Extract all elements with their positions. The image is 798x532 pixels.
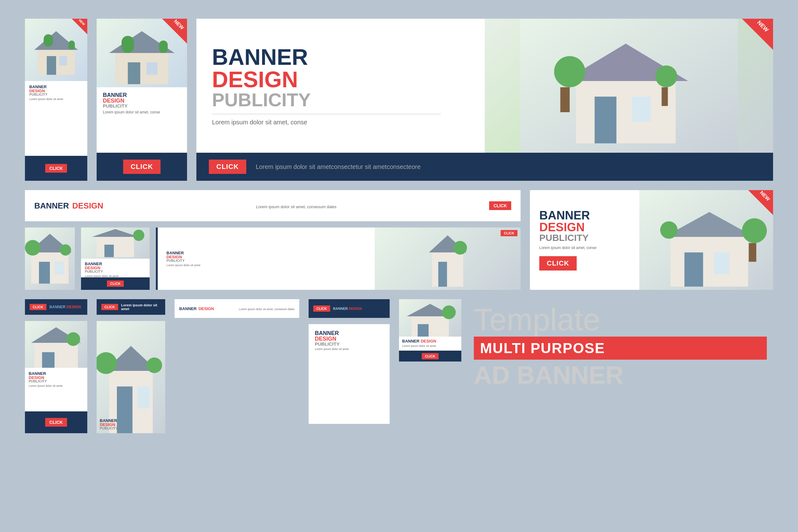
click-button[interactable]: CLICK bbox=[107, 281, 124, 287]
banner-medium-rect: BANNER DESIGN PUBLICITY Lorem ipsum dolo… bbox=[81, 228, 150, 290]
row2-grid: BANNER DESIGN PUBLICITY Lorem ipsum dolo… bbox=[25, 228, 520, 290]
strip-col4: CLICK BANNER DESIGN bbox=[309, 299, 390, 318]
svg-point-40 bbox=[742, 218, 767, 243]
multipurpose-text: MULTI PURPOSE bbox=[480, 340, 761, 357]
svg-rect-15 bbox=[595, 97, 616, 144]
banner-footer: CLICK bbox=[97, 153, 187, 181]
banner-title-dark-xl: BANNER bbox=[212, 46, 498, 68]
click-button[interactable]: CLICK bbox=[422, 353, 439, 359]
click-button[interactable]: CLICK bbox=[101, 304, 118, 310]
svg-rect-16 bbox=[632, 97, 651, 121]
image-side bbox=[375, 228, 520, 290]
footer: CLICK bbox=[25, 412, 87, 433]
click-button[interactable]: CLICK bbox=[539, 256, 577, 270]
new-badge-medium bbox=[162, 19, 187, 44]
leaderboard-content: BANNER DESIGN PUBLICITY Lorem ipsum dolo… bbox=[196, 19, 514, 153]
banner-text: BANNER DESIGN PUBLICITY Lorem ipsum dolo… bbox=[25, 368, 66, 391]
title-dark: BANNER bbox=[315, 330, 383, 336]
svg-rect-33 bbox=[438, 262, 447, 287]
multipurpose-bar: MULTI PURPOSE bbox=[474, 337, 767, 360]
strip-text: Lorem ipsum dolor sit amet bbox=[121, 303, 160, 311]
title-red: DESIGN bbox=[167, 255, 368, 259]
lorem-text-inline: Lorem ipsum dolor sit amet, consesum dal… bbox=[256, 205, 336, 209]
banner-tall2: BANNER DESIGN PUBLICITY Lorem ipsum dolo… bbox=[25, 321, 87, 433]
title-dark: BANNER bbox=[167, 251, 368, 255]
house-svg-sm bbox=[25, 228, 75, 290]
svg-point-52 bbox=[147, 358, 162, 373]
svg-rect-38 bbox=[685, 252, 703, 287]
text-bg: BANNER DESIGN PUBLICITY Lorem ipsum dolo… bbox=[309, 324, 390, 424]
template-label: Template bbox=[474, 305, 767, 334]
lorem-text: Lorem ipsum dolor sit amet, conse bbox=[539, 246, 654, 250]
click-button[interactable]: CLICK bbox=[489, 201, 511, 210]
banner-right-large: BANNER DESIGN PUBLICITY Lorem ipsum dolo… bbox=[530, 190, 773, 290]
title-inline: BANNER DESIGN bbox=[179, 307, 214, 311]
banner-inline-red: DESIGN bbox=[72, 201, 103, 210]
house-svg bbox=[399, 299, 461, 337]
divider bbox=[212, 114, 441, 114]
row3-col3: BANNER DESIGN Lorem ipsum dolor sit amet… bbox=[174, 299, 299, 324]
svg-rect-36 bbox=[670, 237, 748, 287]
image-bg bbox=[25, 228, 75, 290]
new-badge-large bbox=[742, 19, 773, 50]
house-svg-lg bbox=[485, 19, 773, 153]
title-gray: PUBLICITY bbox=[100, 427, 118, 430]
click-button[interactable]: CLICK bbox=[45, 418, 67, 427]
svg-rect-23 bbox=[39, 262, 50, 284]
banner-small-tall: BANNER DESIGN PUBLICITY Lorem ipsum dolo… bbox=[25, 19, 87, 181]
banner-title-gray: PUBLICITY bbox=[29, 93, 83, 96]
svg-rect-31 bbox=[432, 252, 463, 287]
banner-title-dark: BANNER bbox=[103, 92, 181, 98]
title-dark: BANNER bbox=[539, 209, 654, 221]
svg-rect-29 bbox=[104, 245, 114, 257]
svg-point-19 bbox=[656, 65, 677, 87]
row3-col4: CLICK BANNER DESIGN BANNER DESIGN PUBLIC… bbox=[309, 299, 390, 424]
lorem-text: Lorem ipsum dolor sit amet bbox=[29, 98, 83, 101]
svg-rect-4 bbox=[44, 34, 53, 47]
click-button[interactable]: CLICK bbox=[123, 159, 160, 174]
leaderboard-footer: CLICK Lorem ipsum dolor sit ametconsecte… bbox=[196, 153, 773, 181]
adbanner-text: AD BANNER bbox=[474, 363, 767, 388]
title-red: DESIGN bbox=[539, 221, 654, 233]
svg-rect-18 bbox=[560, 87, 570, 112]
click-top-right[interactable]: CLICK bbox=[501, 230, 517, 236]
click-button[interactable]: CLICK bbox=[313, 305, 330, 312]
click-button[interactable]: CLICK bbox=[209, 159, 246, 174]
svg-rect-8 bbox=[128, 62, 140, 84]
banner-inline-dark: BANNER bbox=[34, 201, 69, 210]
image-bg bbox=[399, 299, 461, 337]
lorem: Lorem ipsum dolor sit amet bbox=[315, 347, 383, 350]
svg-rect-20 bbox=[662, 87, 668, 106]
lorem: Lorem ipsum dolor sit amet bbox=[402, 344, 436, 347]
house-svg bbox=[25, 321, 87, 368]
strip-top: CLICK BANNER DESIGN bbox=[25, 299, 87, 315]
svg-marker-28 bbox=[92, 229, 139, 237]
banner-title-red-xl: DESIGN bbox=[212, 68, 498, 91]
leaderboard-image bbox=[485, 19, 773, 153]
strip-col2: CLICK Lorem ipsum dolor sit amet bbox=[97, 299, 165, 315]
image-bg bbox=[81, 228, 150, 259]
banner-text-area: BANNER DESIGN PUBLICITY Lorem ipsum dolo… bbox=[97, 87, 187, 119]
banner-leaderboard: BANNER DESIGN PUBLICITY Lorem ipsum dolo… bbox=[196, 19, 773, 181]
svg-rect-41 bbox=[749, 243, 756, 262]
click-button[interactable]: CLICK bbox=[30, 304, 46, 310]
svg-point-34 bbox=[453, 241, 467, 254]
click-button[interactable]: CLICK bbox=[501, 230, 517, 236]
svg-rect-45 bbox=[42, 352, 55, 368]
svg-point-26 bbox=[60, 244, 71, 255]
image-bg bbox=[25, 321, 87, 368]
strip-title: BANNER DESIGN bbox=[333, 307, 362, 310]
banner-title-gray-xl: PUBLICITY bbox=[212, 91, 498, 109]
lorem: Lorem ipsum dolor sit amet, consesum dal… bbox=[239, 308, 294, 311]
row3-col1: CLICK BANNER DESIGN BANNER bbox=[25, 299, 87, 433]
svg-rect-3 bbox=[59, 56, 67, 65]
lorem-text: Lorem ipsum dolor sit amet, conse bbox=[103, 110, 181, 114]
title-gray: PUBLICITY bbox=[539, 233, 654, 243]
click-button[interactable]: CLICK bbox=[45, 164, 67, 173]
text-side: BANNER DESIGN PUBLICITY Lorem ipsum dolo… bbox=[156, 228, 375, 290]
svg-rect-10 bbox=[121, 36, 134, 53]
row3-right: BANNER DESIGN Lorem ipsum dolor sit amet… bbox=[399, 299, 773, 394]
banner-medium-tall: BANNER DESIGN PUBLICITY Lorem ipsum dolo… bbox=[97, 19, 187, 181]
banner-footer: CLICK bbox=[25, 156, 87, 181]
svg-rect-27 bbox=[97, 237, 134, 257]
